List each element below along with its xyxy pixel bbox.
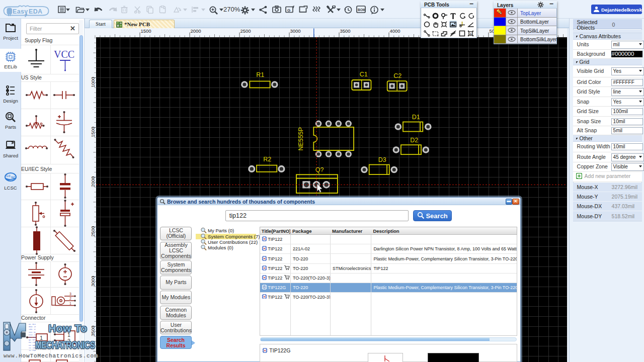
svg-text:C14 22p: C14 22p bbox=[29, 334, 36, 336]
svg-text:2000: 2000 bbox=[90, 176, 96, 187]
svg-text:SC: SC bbox=[11, 176, 16, 179]
svg-text:R1: R1 bbox=[256, 71, 264, 78]
svg-text:U1 NE55: U1 NE55 bbox=[29, 344, 36, 346]
svg-text:LC: LC bbox=[7, 174, 11, 177]
svg-text:D2: D2 bbox=[410, 137, 418, 144]
svg-text:VCC: VCC bbox=[54, 49, 74, 60]
svg-text:NE555P: NE555P bbox=[297, 127, 304, 151]
svg-text:3000: 3000 bbox=[290, 28, 301, 34]
svg-text:J2 PWR: J2 PWR bbox=[29, 349, 36, 351]
svg-text:3000: 3000 bbox=[90, 276, 96, 286]
svg-text:2: 2 bbox=[69, 297, 71, 300]
svg-text:R2: R2 bbox=[263, 156, 271, 163]
svg-text:BOM: BOM bbox=[358, 8, 365, 12]
svg-text:2500: 2500 bbox=[240, 28, 251, 34]
svg-text:R5 330R: R5 330R bbox=[29, 336, 36, 338]
svg-text:3: 3 bbox=[69, 292, 71, 296]
svg-text:3500: 3500 bbox=[340, 28, 351, 34]
svg-text:1: 1 bbox=[69, 302, 71, 305]
svg-text:2000: 2000 bbox=[191, 28, 201, 34]
svg-text:D3: D3 bbox=[378, 156, 386, 163]
svg-text:EDA: EDA bbox=[29, 8, 42, 15]
svg-text:G: G bbox=[287, 8, 290, 13]
svg-text:2500: 2500 bbox=[90, 226, 96, 236]
svg-text:VCC 5V0: VCC 5V0 bbox=[29, 331, 36, 333]
svg-text:GND 25V: GND 25V bbox=[29, 326, 36, 328]
svg-text:1000: 1000 bbox=[90, 76, 96, 87]
svg-text:D1: D1 bbox=[412, 114, 420, 121]
svg-text:4000: 4000 bbox=[390, 28, 400, 34]
svg-text:C1: C1 bbox=[359, 71, 367, 78]
svg-text:1500: 1500 bbox=[141, 28, 151, 34]
svg-text:Easy: Easy bbox=[13, 8, 28, 15]
svg-text:C2: C2 bbox=[393, 72, 401, 79]
svg-text:a: a bbox=[470, 32, 472, 35]
svg-text:1500: 1500 bbox=[90, 126, 96, 137]
svg-text:10K 1%: 10K 1% bbox=[29, 328, 36, 330]
svg-text:Q2 NPN: Q2 NPN bbox=[29, 339, 36, 341]
svg-text:A1 B2C3D: A1 B2C3D bbox=[29, 323, 36, 325]
svg-text:D4 LED: D4 LED bbox=[29, 341, 36, 343]
svg-text:X1 16MH: X1 16MH bbox=[29, 347, 36, 349]
